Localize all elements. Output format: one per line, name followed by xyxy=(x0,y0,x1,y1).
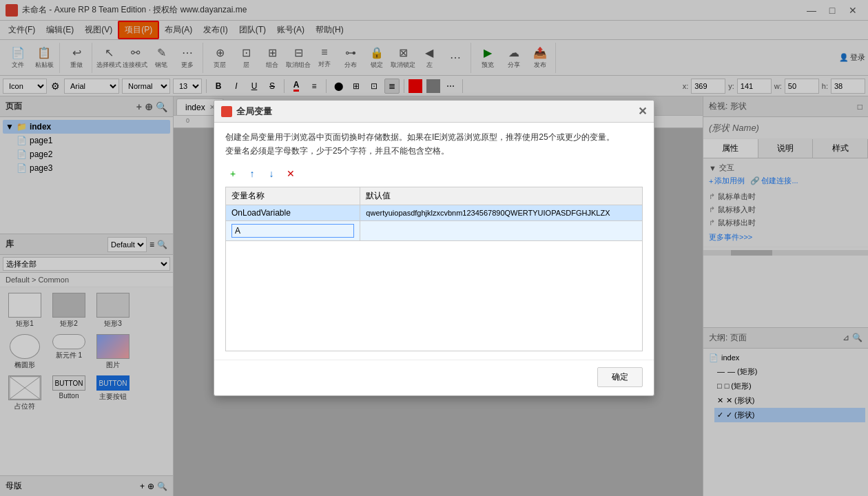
dialog-up-btn[interactable]: ↑ xyxy=(245,166,260,181)
dialog-toolbar: + ↑ ↓ ✕ xyxy=(225,166,643,181)
dialog-titlebar: 全局变量 ✕ xyxy=(214,101,654,123)
col-name: 变量名称 xyxy=(226,187,360,205)
table-row-0[interactable]: OnLoadVariable qwertyuiopasdfghjklzxcvbn… xyxy=(226,205,643,220)
dialog-confirm-btn[interactable]: 确定 xyxy=(597,367,643,387)
global-variables-dialog: 全局变量 ✕ 创建全局变量用于浏览器中页面切换时存储数据。如果在IE浏览器浏览原… xyxy=(214,100,654,395)
row1-name-input[interactable] xyxy=(231,224,354,238)
dialog-footer: 确定 xyxy=(214,360,654,395)
dialog-table: 变量名称 默认值 OnLoadVariable qwertyuiopasdfgh… xyxy=(225,187,643,241)
row1-name xyxy=(226,220,360,240)
col-value: 默认值 xyxy=(360,187,643,205)
dialog-add-btn[interactable]: + xyxy=(225,166,240,181)
dialog-down-btn[interactable]: ↓ xyxy=(264,166,279,181)
dialog-empty-area xyxy=(225,241,643,351)
dialog-delete-btn[interactable]: ✕ xyxy=(283,166,298,181)
dialog-close-btn[interactable]: ✕ xyxy=(638,105,647,118)
row0-value: qwertyuiopasdfghjklzxcvbnm1234567890QWER… xyxy=(360,205,643,220)
row0-name: OnLoadVariable xyxy=(226,205,360,220)
dialog-description: 创建全局变量用于浏览器中页面切换时存储数据。如果在IE浏览器浏览原型，推荐使用2… xyxy=(225,131,643,157)
dialog-overlay: 全局变量 ✕ 创建全局变量用于浏览器中页面切换时存储数据。如果在IE浏览器浏览原… xyxy=(0,0,868,496)
dialog-title-content: 全局变量 xyxy=(221,105,272,118)
row1-value xyxy=(360,220,643,240)
dialog-body: 创建全局变量用于浏览器中页面切换时存储数据。如果在IE浏览器浏览原型，推荐使用2… xyxy=(214,123,654,359)
dialog-app-icon xyxy=(221,106,232,117)
dialog-title-text: 全局变量 xyxy=(236,105,272,118)
table-row-1[interactable] xyxy=(226,220,643,240)
